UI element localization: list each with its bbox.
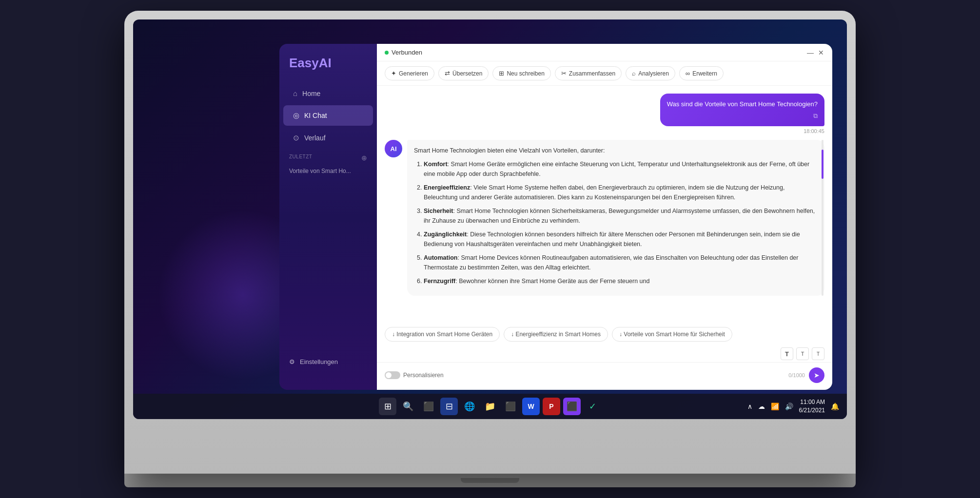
laptop-hinge <box>461 478 519 483</box>
ai-point-4: Zugänglichkeit: Diese Technologien könne… <box>424 230 818 249</box>
status-indicator <box>385 51 389 55</box>
app-button[interactable]: ✓ <box>584 398 601 415</box>
system-tray: ∧ ☁ 📶 🔊 <box>745 401 795 412</box>
sidebar-bottom: ⚙ Einstellungen <box>279 345 377 378</box>
ai-point-1: Komfort: Smart Home Geräte ermöglichen e… <box>424 159 818 179</box>
copy-icon[interactable]: ⧉ <box>813 111 818 121</box>
chat-input-area: Personalisieren 0/1000 ➤ <box>377 362 832 390</box>
text-format-tools: T T T <box>377 345 832 362</box>
close-button[interactable]: ✕ <box>818 49 824 56</box>
word-button[interactable]: W <box>522 398 540 415</box>
powerpoint-button[interactable]: P <box>543 398 560 415</box>
erweitern-icon: ∞ <box>686 70 690 77</box>
store2-button[interactable]: ⬛ <box>563 398 581 415</box>
uebersetzen-button[interactable]: ⇄ Übersetzen <box>438 66 489 80</box>
home-icon: ⌂ <box>293 89 297 97</box>
ai-bubble: Smart Home Technologien bieten eine Viel… <box>407 140 824 296</box>
message-time: 18:00:45 <box>660 128 824 134</box>
sidebar-item-verlauf[interactable]: ⊙ Verlauf <box>283 128 373 148</box>
explorer-button[interactable]: 📁 <box>481 398 499 415</box>
settings-icon: ⚙ <box>289 358 295 365</box>
user-message: Was sind die Vorteile von Smart Home Tec… <box>660 94 824 134</box>
erweitern-button[interactable]: ∞ Erweitern <box>679 66 724 80</box>
notification-icon[interactable]: 🔔 <box>829 401 841 412</box>
analysieren-icon: ⌕ <box>632 70 636 77</box>
screen: EasyAI ⌂ Home ◎ KI Chat ⊙ Ve <box>133 19 847 419</box>
store-button[interactable]: ⬛ <box>502 398 519 415</box>
personalize-switch[interactable] <box>385 371 400 379</box>
zusammenfassen-button[interactable]: ✂ Zusammenfassen <box>555 66 622 80</box>
generieren-button[interactable]: ✦ Generieren <box>385 66 434 80</box>
ai-point-2: Energieeffizienz: Viele Smart Home Syste… <box>424 183 818 202</box>
sidebar-item-home[interactable]: ⌂ Home <box>283 83 373 103</box>
neu-schreiben-icon: ⊞ <box>499 70 504 77</box>
edge-button[interactable]: 🌐 <box>461 398 478 415</box>
laptop-base <box>124 474 856 487</box>
history-icon: ⊙ <box>293 134 299 142</box>
sidebar-item-ki-chat[interactable]: ◎ KI Chat <box>283 105 373 126</box>
recent-section-label: ZULETZT ⊕ <box>279 149 377 164</box>
chat-window: Verbunden — ✕ ✦ Generieren <box>377 44 832 390</box>
minimize-button[interactable]: — <box>807 49 814 56</box>
suggestion-3[interactable]: ↓ Vorteile von Smart Home für Sicherheit <box>612 327 732 342</box>
neu-schreiben-button[interactable]: ⊞ Neu schreiben <box>492 66 550 80</box>
taskbar: ⊞ 🔍 ⬛ ⊟ 🌐 📁 ⬛ W P ⬛ ✓ ∧ ☁ 📶 <box>133 394 847 419</box>
uebersetzen-icon: ⇄ <box>445 70 450 77</box>
scrollbar-thumb[interactable] <box>822 150 823 179</box>
taskview-button[interactable]: ⬛ <box>420 398 437 415</box>
generieren-icon: ✦ <box>391 70 396 77</box>
window-controls: — ✕ <box>807 49 824 56</box>
sidebar-nav: ⌂ Home ◎ KI Chat ⊙ Verlauf ZULETZT <box>279 82 377 345</box>
user-bubble: Was sind die Vorteile von Smart Home Tec… <box>660 94 824 126</box>
settings-item[interactable]: ⚙ Einstellungen <box>283 353 373 370</box>
chat-header: Verbunden — ✕ <box>377 44 832 61</box>
start-button[interactable]: ⊞ <box>379 398 396 415</box>
app-logo: EasyAI <box>279 56 377 82</box>
suggestion-1[interactable]: ↓ Integration von Smart Home Geräten <box>385 327 500 342</box>
zusammenfassen-icon: ✂ <box>561 70 567 77</box>
taskbar-icons: ⊞ 🔍 ⬛ ⊟ 🌐 📁 ⬛ W P ⬛ ✓ <box>379 398 601 415</box>
laptop-screen-frame: EasyAI ⌂ Home ◎ KI Chat ⊙ Ve <box>124 11 856 474</box>
send-button[interactable]: ➤ <box>809 367 824 383</box>
search-taskbar-button[interactable]: 🔍 <box>399 398 417 415</box>
text-bold-button[interactable]: T <box>781 347 793 360</box>
widgets-button[interactable]: ⊟ <box>440 398 458 415</box>
chat-messages: Was sind die Vorteile von Smart Home Tec… <box>377 86 832 323</box>
volume-icon[interactable]: 🔊 <box>783 401 795 412</box>
text-size-button[interactable]: T <box>812 347 824 360</box>
chat-toolbar: ✦ Generieren ⇄ Übersetzen ⊞ Neu schreibe… <box>377 61 832 86</box>
new-chat-icon[interactable]: ⊕ <box>361 154 368 162</box>
wifi-icon[interactable]: 📶 <box>769 401 781 412</box>
text-italic-button[interactable]: T <box>796 347 809 360</box>
analysieren-button[interactable]: ⌕ Analysieren <box>626 66 675 80</box>
connection-status: Verbunden <box>385 49 422 56</box>
scrollbar-track[interactable] <box>822 140 823 296</box>
ai-message: AI Smart Home Technologien bieten eine V… <box>385 140 824 296</box>
ai-point-6: Fernzugriff: Bewohner können ihre Smart … <box>424 276 818 286</box>
taskbar-right: ∧ ☁ 📶 🔊 11:00 AM 6/21/2021 🔔 <box>745 398 841 415</box>
app-container: EasyAI ⌂ Home ◎ KI Chat ⊙ Ve <box>279 44 832 390</box>
suggestion-2[interactable]: ↓ Energieeffizienz in Smart Homes <box>504 327 608 342</box>
suggestions-area: ↓ Integration von Smart Home Geräten ↓ E… <box>377 323 832 345</box>
personalize-toggle: Personalisieren <box>385 371 444 379</box>
ai-point-3: Sicherheit: Smart Home Technologien könn… <box>424 206 818 226</box>
input-wrapper: 0/1000 ➤ <box>449 367 824 383</box>
ai-avatar: AI <box>385 140 402 157</box>
tray-chevron-icon[interactable]: ∧ <box>745 401 754 412</box>
taskbar-clock[interactable]: 11:00 AM 6/21/2021 <box>799 398 825 415</box>
tray-cloud-icon[interactable]: ☁ <box>756 401 767 412</box>
char-count: 0/1000 <box>788 372 805 378</box>
recent-item[interactable]: Vorteile von Smart Ho... <box>279 164 377 178</box>
sidebar: EasyAI ⌂ Home ◎ KI Chat ⊙ Ve <box>279 44 377 390</box>
ai-point-5: Automation: Smart Home Devices können Ro… <box>424 253 818 272</box>
chat-icon: ◎ <box>293 111 299 120</box>
